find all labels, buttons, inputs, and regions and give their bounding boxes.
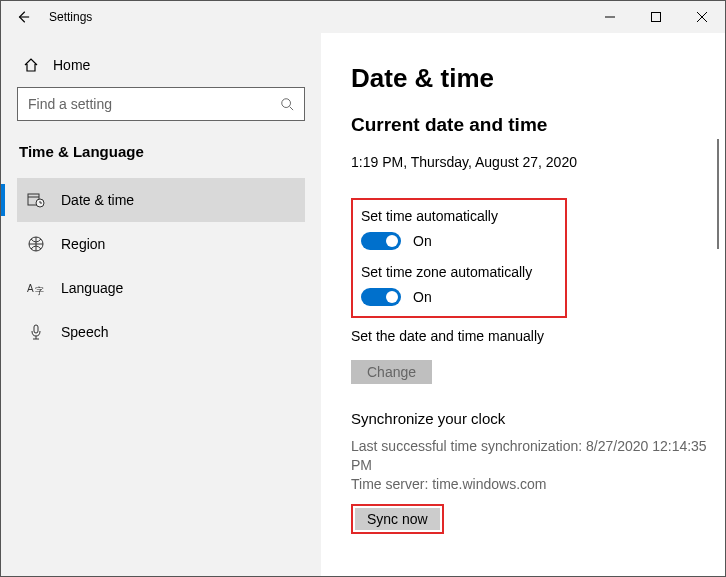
minimize-icon <box>605 12 615 22</box>
close-button[interactable] <box>679 1 725 33</box>
sync-now-button[interactable]: Sync now <box>355 508 440 530</box>
current-datetime: 1:19 PM, Thursday, August 27, 2020 <box>351 154 725 170</box>
auto-time-state: On <box>413 233 432 249</box>
sync-section: Synchronize your clock Last successful t… <box>351 410 725 534</box>
sync-server: Time server: time.windows.com <box>351 475 725 494</box>
highlight-sync-button: Sync now <box>351 504 444 534</box>
sidebar-item-label: Date & time <box>61 192 134 208</box>
sidebar-item-label: Region <box>61 236 105 252</box>
svg-point-1 <box>282 99 291 108</box>
sidebar-item-date-time[interactable]: Date & time <box>17 178 305 222</box>
change-button[interactable]: Change <box>351 360 432 384</box>
search-input[interactable]: Find a setting <box>17 87 305 121</box>
highlight-auto-settings: Set time automatically On Set time zone … <box>351 198 567 318</box>
window-controls <box>587 1 725 33</box>
window-title: Settings <box>49 10 92 24</box>
region-icon <box>27 235 45 253</box>
back-button[interactable] <box>9 10 37 24</box>
maximize-button[interactable] <box>633 1 679 33</box>
svg-text:字: 字 <box>35 286 44 296</box>
svg-rect-7 <box>34 325 38 333</box>
sidebar-item-language[interactable]: A字 Language <box>17 266 305 310</box>
maximize-icon <box>651 12 661 22</box>
manual-section: Set the date and time manually Change <box>351 328 725 384</box>
auto-tz-label: Set time zone automatically <box>361 264 555 280</box>
arrow-left-icon <box>16 10 30 24</box>
sidebar-item-label: Speech <box>61 324 108 340</box>
svg-text:A: A <box>27 283 34 294</box>
search-placeholder: Find a setting <box>28 96 280 112</box>
auto-time-toggle[interactable] <box>361 232 401 250</box>
home-label: Home <box>53 57 90 73</box>
language-icon: A字 <box>27 279 45 297</box>
search-icon <box>280 97 294 111</box>
content-pane: Date & time Current date and time 1:19 P… <box>321 33 725 576</box>
scrollbar[interactable] <box>717 139 719 249</box>
close-icon <box>697 12 707 22</box>
home-icon <box>23 57 39 73</box>
sidebar-item-label: Language <box>61 280 123 296</box>
sync-last: Last successful time synchronization: 8/… <box>351 437 725 475</box>
minimize-button[interactable] <box>587 1 633 33</box>
date-time-icon <box>27 191 45 209</box>
auto-time-label: Set time automatically <box>361 208 555 224</box>
page-title: Date & time <box>351 63 725 94</box>
titlebar: Settings <box>1 1 725 33</box>
auto-tz-toggle[interactable] <box>361 288 401 306</box>
svg-rect-0 <box>652 13 661 22</box>
manual-label: Set the date and time manually <box>351 328 725 344</box>
sidebar-item-speech[interactable]: Speech <box>17 310 305 354</box>
speech-icon <box>27 323 45 341</box>
section-current: Current date and time <box>351 114 725 136</box>
sidebar: Home Find a setting Time & Language Date… <box>1 33 321 576</box>
home-link[interactable]: Home <box>17 51 305 87</box>
sidebar-item-region[interactable]: Region <box>17 222 305 266</box>
auto-tz-state: On <box>413 289 432 305</box>
category-title: Time & Language <box>17 143 305 160</box>
sync-title: Synchronize your clock <box>351 410 725 427</box>
sync-meta: Last successful time synchronization: 8/… <box>351 437 725 494</box>
